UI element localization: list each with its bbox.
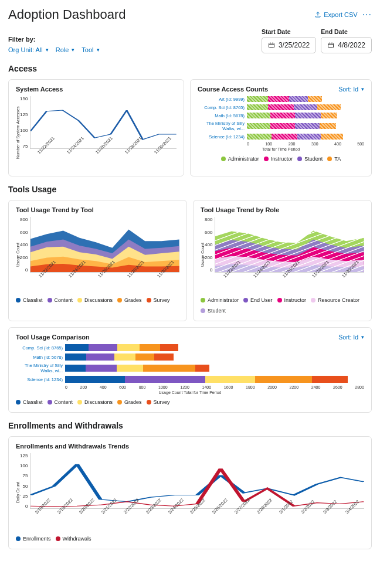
svg-rect-1 — [328, 43, 334, 48]
end-date-input[interactable]: 4/8/2022 — [321, 37, 372, 53]
course-access-chart[interactable]: Art (Id: 9999) Comp. Sci (Id: 8765) Math… — [198, 96, 364, 151]
tool-usage-comp-chart[interactable]: Comp. Sci (Id: 8765) Math (Id: 5678) The… — [16, 344, 364, 395]
export-icon — [314, 11, 321, 18]
legend-item: TA — [327, 156, 341, 162]
section-tools-title: Tools Usage — [8, 185, 372, 194]
filter-org-unit[interactable]: Org Unit: All — [8, 46, 49, 53]
system-access-title: System Access — [16, 86, 63, 93]
page-title: Adoption Dashboard — [8, 7, 126, 22]
enroll-trend-title: Enrollments and Withdrawals Trends — [16, 443, 129, 450]
legend-item: Administrator — [221, 156, 259, 162]
filter-by-label: Filter by: — [8, 36, 100, 43]
legend-item: Instructor — [264, 156, 293, 162]
section-enroll-title: Enrollments and Withdrawals — [8, 421, 372, 430]
course-access-sort[interactable]: Sort: Id — [338, 86, 364, 93]
tool-usage-tool-title: Tool Usage Trend by Tool — [16, 206, 94, 213]
filter-role[interactable]: Role — [56, 46, 75, 53]
start-date-label: Start Date — [262, 28, 316, 35]
system-access-ylabel: Number of System Accesses — [16, 96, 20, 169]
tool-usage-comp-sort[interactable]: Sort: Id — [338, 334, 364, 341]
tool-usage-comp-title: Tool Usage Comparison — [16, 334, 90, 341]
tool-usage-role-title: Tool Usage Trend by Role — [201, 206, 279, 213]
filter-tool[interactable]: Tool — [82, 46, 99, 53]
end-date-label: End Date — [321, 28, 372, 35]
calendar-icon — [268, 42, 275, 49]
calendar-icon — [327, 42, 334, 49]
section-access-title: Access — [8, 64, 372, 73]
export-csv-link[interactable]: Export CSV — [314, 11, 357, 18]
svg-rect-0 — [269, 43, 274, 48]
legend-item: Student — [297, 156, 323, 162]
start-date-input[interactable]: 3/25/2022 — [262, 37, 316, 53]
more-actions-button[interactable]: ··· — [362, 9, 372, 20]
course-access-title: Course Access Counts — [198, 86, 268, 93]
